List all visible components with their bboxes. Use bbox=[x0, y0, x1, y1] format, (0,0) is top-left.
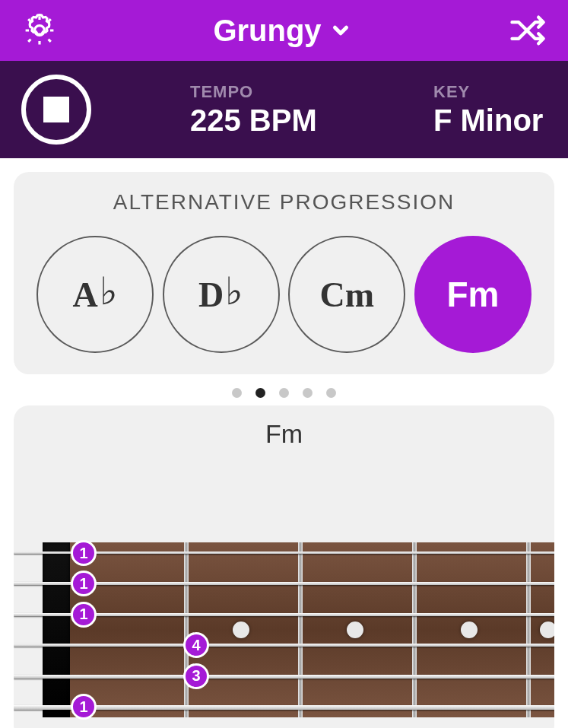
alt-progression-card: ALTERNATIVE PROGRESSION A♭D♭CmFm bbox=[14, 172, 554, 374]
fret-1 bbox=[184, 542, 189, 717]
inlay-dot bbox=[540, 622, 555, 638]
tempo-value: 225 BPM bbox=[190, 103, 433, 138]
page-dot-2[interactable] bbox=[279, 388, 289, 398]
stop-icon bbox=[43, 97, 69, 122]
finger-marker: 1 bbox=[71, 602, 97, 628]
inlay-dot bbox=[233, 622, 249, 638]
nut bbox=[43, 542, 70, 717]
chord-button-1[interactable]: D♭ bbox=[163, 236, 280, 353]
page-dot-3[interactable] bbox=[303, 388, 313, 398]
fretboard-surface bbox=[70, 542, 554, 717]
stop-button[interactable] bbox=[21, 75, 91, 145]
string-4 bbox=[14, 644, 554, 647]
chord-diagram-card: Fm 111431 bbox=[14, 405, 554, 728]
finger-marker: 1 bbox=[71, 540, 97, 566]
inlay-dot bbox=[461, 622, 478, 638]
shuffle-icon[interactable] bbox=[507, 11, 547, 50]
chord-button-2[interactable]: Cm bbox=[288, 236, 405, 353]
string-5 bbox=[14, 675, 554, 679]
finger-marker: 4 bbox=[183, 632, 209, 658]
key-value: F Minor bbox=[433, 103, 547, 138]
fret-3 bbox=[412, 542, 417, 717]
key-label: KEY bbox=[433, 82, 547, 102]
chord-button-3[interactable]: Fm bbox=[414, 236, 532, 353]
settings-icon[interactable] bbox=[21, 12, 58, 49]
page-dot-0[interactable] bbox=[232, 388, 242, 398]
key-group[interactable]: KEY F Minor bbox=[433, 82, 547, 138]
fret-4 bbox=[526, 542, 531, 717]
inlay-dot bbox=[347, 622, 363, 638]
chord-button-0[interactable]: A♭ bbox=[36, 236, 154, 353]
page-dot-4[interactable] bbox=[326, 388, 336, 398]
tempo-label: TEMPO bbox=[190, 82, 433, 102]
chord-name: Fm bbox=[14, 419, 554, 449]
chord-row: A♭D♭CmFm bbox=[36, 236, 532, 353]
alt-progression-title: ALTERNATIVE PROGRESSION bbox=[36, 190, 532, 215]
finger-marker: 1 bbox=[71, 571, 97, 596]
finger-marker: 3 bbox=[183, 663, 209, 689]
style-selector[interactable]: Grungy bbox=[213, 14, 351, 48]
page-dots[interactable] bbox=[14, 388, 554, 398]
fretboard[interactable]: 111431 bbox=[14, 542, 554, 717]
chevron-down-icon bbox=[329, 19, 352, 42]
fret-2 bbox=[298, 542, 303, 717]
style-title: Grungy bbox=[213, 14, 321, 48]
tempo-group[interactable]: TEMPO 225 BPM bbox=[190, 82, 433, 138]
finger-marker: 1 bbox=[71, 694, 97, 720]
page-dot-1[interactable] bbox=[255, 388, 265, 398]
transport-info-bar: TEMPO 225 BPM KEY F Minor bbox=[0, 61, 568, 158]
